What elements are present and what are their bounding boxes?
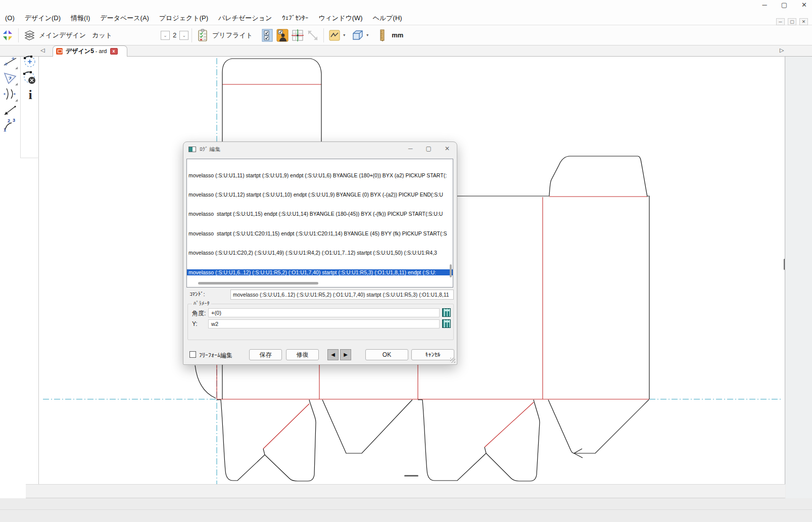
log-edit-dialog: ﾛｸﾞ 編集 ─ ▢ ✕ movelasso (:S:U:U1,11) star… [183, 141, 457, 365]
menu-bar: (O) デザイン(D) 情報(I) データベース(A) プロジェクト(P) パレ… [0, 11, 812, 25]
arc-tool[interactable] [2, 86, 18, 102]
rebuild-arrows-icon[interactable] [0, 28, 15, 43]
canvas-lower-strip [26, 484, 785, 498]
main-design-label[interactable]: メインデザイン [39, 31, 86, 40]
document-icon [56, 48, 63, 55]
panel-shape-blue-icon[interactable] [350, 28, 365, 43]
lasso-select-add-tool[interactable] [21, 54, 37, 70]
repair-button[interactable]: 修復 [286, 349, 319, 360]
window-restore-button[interactable]: ▢ [781, 1, 787, 9]
mdi-close-button[interactable]: ✕ [799, 18, 808, 25]
calculator-icon[interactable] [442, 319, 451, 328]
panel-shape-dropdown-arrow[interactable]: ▾ [366, 33, 368, 37]
grid-table-icon[interactable] [290, 28, 305, 43]
ruler-units-icon[interactable] [374, 28, 390, 43]
tab-title: デザイン5 - ard [66, 47, 107, 56]
ok-button[interactable]: OK [365, 349, 408, 360]
horizontal-scrollbar-thumb[interactable] [198, 282, 318, 284]
document-tabbar: ◁ デザイン5 - ard x ▷ [0, 45, 812, 57]
dialog-maximize-button[interactable]: ▢ [426, 145, 432, 152]
menu-item-info[interactable]: 情報(I) [66, 12, 95, 25]
vertical-splitter-handle[interactable] [784, 259, 785, 270]
log-command-list[interactable]: movelasso (:S:U:U1,11) startpt (:S:U:U1,… [186, 159, 453, 288]
freeform-edit-checkbox[interactable] [189, 351, 196, 358]
mdi-restore-button[interactable]: ▢ [788, 18, 796, 25]
toolbar-separator [323, 28, 324, 42]
dialog-title: ﾛｸﾞ 編集 [200, 146, 221, 153]
dialog-close-button[interactable]: ✕ [445, 145, 450, 152]
window-close-button[interactable]: ✕ [801, 1, 807, 9]
document-tab-design5[interactable]: デザイン5 - ard x [53, 45, 127, 57]
log-row[interactable]: movelasso startpt (:S:U:U1,15) endpt (:S… [187, 211, 453, 217]
menu-item-help[interactable]: ヘルプ(H) [368, 12, 407, 25]
right-margin [786, 57, 812, 498]
dialog-minimize-button[interactable]: ─ [408, 145, 413, 152]
preflight-clipboard-icon[interactable] [195, 28, 210, 43]
menu-item-window[interactable]: ウィンドウ(W) [313, 12, 367, 25]
log-row[interactable]: movelasso (:S:U:U1,11) startpt (:S:U:U1,… [187, 172, 453, 179]
menu-item-project[interactable]: プロジェクト(P) [154, 12, 213, 25]
command-field[interactable]: movelasso (:S:U:U1,6..12) (:S:U:U1:R5,2)… [230, 290, 454, 300]
save-button[interactable]: 保存 [249, 349, 282, 360]
tab-scroll-left-icon[interactable]: ◁ [40, 47, 44, 54]
log-row[interactable]: movelasso (:S:U:U1:C20,2) (:S:U:U1,49) (… [187, 250, 453, 256]
vertical-scrollbar-thumb[interactable] [450, 264, 452, 277]
menu-item-webcenter[interactable]: ｳｪﾌﾞｾﾝﾀｰ [277, 12, 313, 24]
log-row[interactable]: movelasso startpt (:S:U:U1:C20:I1,15) en… [187, 230, 453, 237]
menu-item-design[interactable]: デザイン(D) [20, 12, 66, 25]
shape-arrow-tool[interactable] [2, 70, 18, 86]
svg-text:3: 3 [13, 118, 15, 123]
layers-icon[interactable] [22, 28, 37, 43]
layer-dropdown[interactable]: ⌄ [161, 31, 170, 40]
command-label: ｺﾏﾝﾄﾞ: [189, 291, 205, 297]
lasso-deselect-tool[interactable] [21, 70, 37, 86]
svg-text:2: 2 [8, 118, 10, 123]
toolbar-separator [18, 28, 19, 42]
cancel-button[interactable]: ｷｬﾝｾﾙ [411, 349, 454, 360]
parameters-group: ﾊﾟﾗﾒｰﾀ 角度: +(0) Y: w2 [187, 304, 454, 340]
preflight-label[interactable]: プリフライト [212, 31, 253, 40]
level-dropdown[interactable]: ⌄ [179, 31, 188, 40]
profile-tool-dropdown-arrow[interactable]: ▾ [343, 33, 345, 37]
calculator-icon[interactable] [442, 308, 451, 317]
horizontal-splitter-handle[interactable] [404, 475, 418, 477]
diagonal-arrows-disabled-icon [305, 28, 320, 43]
tab-scroll-right-icon[interactable]: ▷ [780, 47, 784, 54]
info-tool[interactable]: i [22, 87, 38, 103]
drawing-tool-panel: i 123 [0, 57, 39, 508]
main-toolbar: メインデザイン カット ⌄ 2 ⌄ プリフライト [0, 25, 812, 45]
dialog-icon [188, 147, 196, 152]
dialog-resize-grip[interactable] [450, 358, 455, 363]
log-row[interactable]: movelasso (:S:U:U1,12) startpt (:S:U:U1,… [187, 192, 453, 198]
prev-command-button[interactable]: ◀ [327, 349, 339, 360]
cut-layer-label[interactable]: カット [92, 31, 112, 40]
log-row-selected[interactable]: movelasso (:S:U:U1,6..12) (:S:U:U1:R5,2)… [187, 269, 453, 276]
menu-item-database[interactable]: データベース(A) [95, 12, 154, 25]
parameters-group-label: ﾊﾟﾗﾒｰﾀ [192, 300, 211, 306]
checklist-blue-icon[interactable] [260, 28, 275, 43]
svg-text:1: 1 [4, 127, 6, 132]
line-angle-tool[interactable] [2, 54, 18, 70]
app-titlebar: ─ ▢ ✕ [0, 0, 812, 11]
menu-item-view[interactable]: (O) [0, 12, 20, 24]
mdi-window-controls: ─ ▢ ✕ [776, 18, 808, 25]
toolbar-separator [192, 28, 192, 42]
units-label: mm [392, 31, 403, 39]
angle-label: 角度: [192, 309, 206, 318]
user-check-orange-icon[interactable] [275, 28, 290, 43]
freeform-edit-label: ﾌﾘｰﾌｫｰﾑ編集 [199, 351, 232, 360]
measure-line-tool[interactable] [2, 102, 18, 118]
next-command-button[interactable]: ▶ [340, 349, 351, 360]
angle-field[interactable]: +(0) [208, 308, 440, 317]
status-bar [0, 498, 812, 522]
tab-close-button[interactable]: x [110, 48, 118, 55]
profile-tool-yellow-icon[interactable] [327, 28, 342, 43]
y-field[interactable]: w2 [208, 319, 440, 328]
mdi-minimize-button[interactable]: ─ [776, 18, 785, 25]
numbered-sequence-tool[interactable]: 123 [2, 117, 18, 133]
window-minimize-button[interactable]: ─ [762, 1, 767, 9]
zoom-level-value: 2 [173, 31, 176, 39]
y-label: Y: [192, 320, 198, 327]
menu-item-palletization[interactable]: パレチゼーション [213, 12, 277, 25]
